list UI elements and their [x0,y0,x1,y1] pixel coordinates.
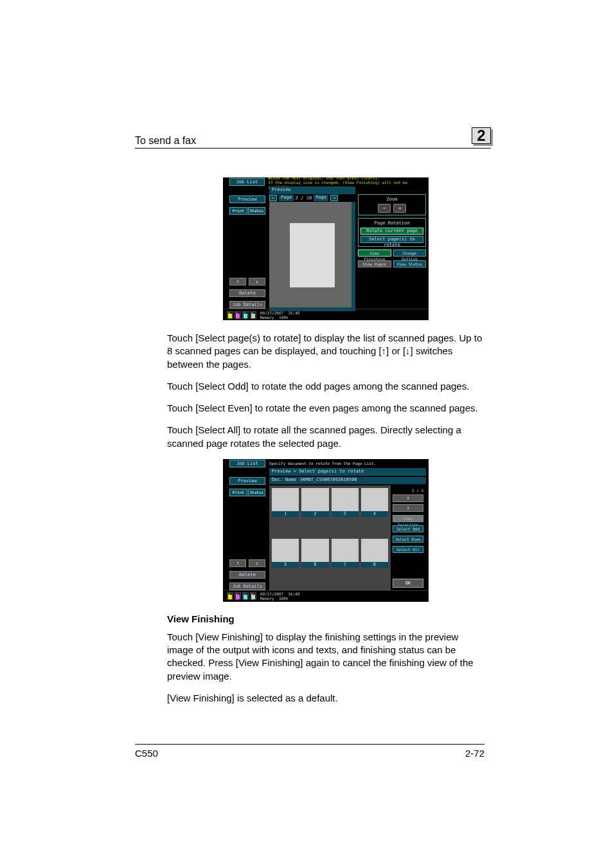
tab-print[interactable]: Print [229,207,247,215]
horizontal-scrollbar[interactable] [269,307,355,311]
screenshot-page-list: Job List Specify document to rotate from… [223,459,429,602]
prev-page-button[interactable]: ← [269,195,277,201]
preview-button[interactable]: Preview [229,195,265,203]
page-header: To send a fax [135,135,491,149]
vertical-scrollbar[interactable] [351,202,355,309]
preview-area [269,202,355,309]
paragraph-5: Touch [View Finishing] to display the fi… [167,631,484,683]
delete-button[interactable]: Delete [229,289,265,297]
right-panel: Zoom − ＋ Page Rotation Rotate current pa… [358,186,426,309]
page-footer: C550 2-72 [135,744,484,759]
status-message: Specify document to rotate from the Page… [269,461,376,466]
job-list-button[interactable]: Job List [229,178,265,186]
page-indicator: 1 / 2 [393,488,423,493]
scroll-down-button[interactable]: ↓ [249,559,265,567]
scroll-up-button[interactable]: ↑ [229,559,246,567]
job-list-button[interactable]: Job List [229,460,265,467]
datetime-memory: 09/27/2007 16:48 Memory 100% [260,592,299,601]
page-badge-right: Page [314,195,328,201]
page-count: 2 / 10 [296,195,312,201]
header-title: To send a fax [135,135,196,147]
page-thumb-6[interactable]: 6 [301,539,328,588]
paragraph-3: Touch [Select Even] to rotate the even p… [167,402,484,415]
rotate-current-page-button[interactable]: Rotate current page [360,228,423,235]
select-odd-button[interactable]: Select Odd [393,525,423,532]
page-badge-left: Page [279,195,294,201]
preview-thumbnail [290,223,335,287]
view-finishing-button[interactable]: View Finishing [358,249,391,257]
undo-selection-button[interactable]: Undo Selection [393,515,423,522]
change-setting-button[interactable]: Change Setting [393,249,427,257]
page-thumb-4[interactable]: 4 [361,488,388,537]
toner-levels: Y M C K [227,592,256,600]
page-rotation-label: Page Rotation [360,221,423,226]
select-pages-rotate-button[interactable]: Select page(s) to rotate [360,236,423,243]
select-all-button[interactable]: Select All [393,546,423,553]
paragraph-6: [View Finishing] is selected as a defaul… [167,692,484,705]
footer-model: C550 [135,748,158,759]
datetime-memory: 09/27/2007 16:48 Memory 100% [260,311,299,320]
breadcrumb: Preview > Select page(s) to rotate [269,468,426,476]
paragraph-2: Touch [Select Odd] to rotate the odd pag… [167,380,484,393]
footer-page: 2-72 [465,748,484,759]
doc-name-row: Doc. NameSKMBT_C55007092610590 [269,477,426,484]
page-thumb-7[interactable]: 7 [332,539,359,588]
chapter-badge: 2 [472,127,491,144]
screenshot-preview-rotate: Job List ◆Load the next original, and th… [223,177,429,320]
paragraph-4: Touch [Select All] to rotate all the sca… [167,424,484,450]
select-even-button[interactable]: Select Even [393,536,423,543]
section-title-view-finishing: View Finishing [167,613,484,624]
page-thumb-3[interactable]: 3 [332,488,359,537]
view-pages-button[interactable]: View Pages [358,260,391,267]
tab-print[interactable]: Print [229,489,247,496]
page-thumb-8[interactable]: 8 [361,539,388,588]
zoom-out-button[interactable]: − [378,204,391,213]
preview-header: Preview [269,186,355,194]
chapter-number: 2 [472,127,491,144]
preview-button[interactable]: Preview [229,477,265,485]
page-down-button[interactable]: ↓ [393,504,423,512]
delete-button[interactable]: Delete [229,571,265,579]
paragraph-1: Touch [Select page(s) to rotate] to disp… [167,332,484,371]
tab-status[interactable]: Status [248,207,266,215]
page-content: Job List ◆Load the next original, and th… [167,177,484,714]
sidebar: Preview Print Status ↑ ↓ Delete Job Deta… [229,186,265,309]
page-thumb-1[interactable]: 1 [272,488,299,537]
view-status-button[interactable]: View Status [393,260,427,267]
next-page-button[interactable]: → [330,195,338,201]
page-up-button[interactable]: ↑ [393,494,423,502]
tab-status[interactable]: Status [248,489,266,496]
page-grid: 1 2 3 4 5 6 7 8 [269,485,391,590]
scroll-up-button[interactable]: ↑ [229,278,246,285]
ok-button[interactable]: OK [393,579,423,588]
zoom-label: Zoom [360,197,423,202]
zoom-in-button[interactable]: ＋ [393,204,406,213]
sidebar: Preview Print Status ↑ ↓ Delete Job Deta… [229,468,265,590]
page-thumb-2[interactable]: 2 [301,488,328,537]
job-details-button[interactable]: Job Details [229,583,265,590]
scroll-down-button[interactable]: ↓ [249,278,265,285]
toner-levels: Y M C K [227,311,256,319]
job-details-button[interactable]: Job Details [229,301,265,309]
page-list-controls: 1 / 2 ↑ ↓ Undo Selection Select Odd Sele… [393,485,426,590]
page-thumb-5[interactable]: 5 [272,539,299,588]
